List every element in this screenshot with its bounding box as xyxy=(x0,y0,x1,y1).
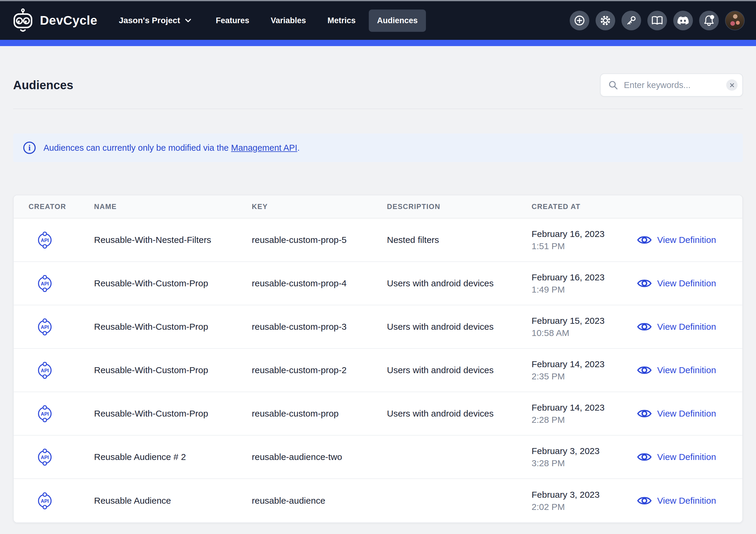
actions-cell: View Definition xyxy=(630,234,742,245)
created-at-cell: February 16, 2023 1:49 PM xyxy=(531,272,630,295)
view-definition-link[interactable]: View Definition xyxy=(637,451,716,463)
view-definition-label: View Definition xyxy=(657,452,716,462)
column-header-description: Description xyxy=(387,202,531,211)
devcycle-robot-logo-icon xyxy=(11,8,35,33)
creator-cell: API xyxy=(29,492,94,509)
page-content: Audiences xyxy=(0,73,756,523)
view-definition-link[interactable]: View Definition xyxy=(637,234,716,245)
view-definition-label: View Definition xyxy=(657,322,716,332)
primary-nav: Features Variables Metrics Audiences xyxy=(205,10,428,32)
nav-tab-metrics[interactable]: Metrics xyxy=(319,10,364,32)
brand-name: DevCycle xyxy=(40,13,97,28)
created-date: February 16, 2023 xyxy=(531,229,630,239)
eye-icon xyxy=(637,321,652,332)
search-input[interactable] xyxy=(624,80,721,90)
created-at-cell: February 15, 2023 10:58 AM xyxy=(531,316,630,338)
nav-tab-audiences[interactable]: Audiences xyxy=(369,10,426,32)
svg-text:API: API xyxy=(41,368,49,373)
column-header-name: Name xyxy=(94,202,252,211)
view-definition-label: View Definition xyxy=(657,365,716,375)
audiences-table-card: Creator Name Key Description Created At xyxy=(13,195,743,523)
created-time: 1:49 PM xyxy=(531,285,630,295)
created-at-cell: February 16, 2023 1:51 PM xyxy=(531,229,630,251)
audience-key: reusable-custom-prop-2 xyxy=(252,365,387,375)
audience-name: Reusable-With-Custom-Prop xyxy=(94,409,252,419)
devcycle-brand-link[interactable]: DevCycle xyxy=(11,8,97,33)
plus-circle-icon xyxy=(574,15,585,26)
banner-message-text: Audiences can currently only be modified… xyxy=(43,143,231,153)
banner-message-suffix: . xyxy=(297,143,300,153)
view-definition-link[interactable]: View Definition xyxy=(637,278,716,289)
created-at-cell: February 3, 2023 3:28 PM xyxy=(531,446,630,468)
creator-cell: API xyxy=(29,362,94,379)
api-badge-icon: API xyxy=(36,492,94,509)
actions-cell: View Definition xyxy=(630,408,742,419)
view-definition-link[interactable]: View Definition xyxy=(637,495,716,506)
svg-text:API: API xyxy=(41,324,49,329)
header-divider xyxy=(13,109,743,109)
nav-tab-variables[interactable]: Variables xyxy=(262,10,314,32)
created-time: 3:28 PM xyxy=(531,458,630,468)
user-avatar[interactable] xyxy=(725,11,745,30)
audience-description: Users with android devices xyxy=(387,365,531,375)
view-definition-link[interactable]: View Definition xyxy=(637,408,716,419)
created-time: 10:58 AM xyxy=(531,328,630,338)
created-date: February 3, 2023 xyxy=(531,490,630,500)
page-header: Audiences xyxy=(13,73,743,97)
eye-icon xyxy=(637,451,652,463)
audience-description: Users with android devices xyxy=(387,278,531,289)
project-selector-label: Jason's Project xyxy=(119,16,180,25)
navbar-actions xyxy=(570,11,745,30)
project-selector[interactable]: Jason's Project xyxy=(119,16,191,25)
view-definition-link[interactable]: View Definition xyxy=(637,321,716,332)
creator-cell: API xyxy=(29,405,94,422)
settings-button[interactable] xyxy=(596,11,615,30)
eye-icon xyxy=(637,365,652,376)
audience-name: Reusable-With-Custom-Prop xyxy=(94,322,252,332)
audience-description: Users with android devices xyxy=(387,409,531,419)
created-date: February 3, 2023 xyxy=(531,446,630,456)
creator-cell: API xyxy=(29,232,94,248)
created-date: February 14, 2023 xyxy=(531,359,630,369)
actions-cell: View Definition xyxy=(630,365,742,376)
gear-icon xyxy=(600,15,611,26)
search-box xyxy=(600,73,743,97)
actions-cell: View Definition xyxy=(630,278,742,289)
creator-cell: API xyxy=(29,318,94,335)
accent-bar xyxy=(0,40,756,46)
audience-name: Reusable-With-Nested-Filters xyxy=(94,235,252,245)
column-header-key: Key xyxy=(252,202,387,211)
eye-icon xyxy=(637,495,652,506)
table-row: API Reusable-With-Custom-Prop reusable-c… xyxy=(14,305,742,349)
documentation-button[interactable] xyxy=(647,11,667,30)
table-row: API Reusable-With-Custom-Prop reusable-c… xyxy=(14,392,742,436)
clear-search-button[interactable] xyxy=(726,79,738,91)
eye-icon xyxy=(637,278,652,289)
audience-name: Reusable Audience # 2 xyxy=(94,452,252,462)
created-time: 1:51 PM xyxy=(531,241,630,251)
add-circle-button[interactable] xyxy=(570,11,589,30)
management-api-link[interactable]: Management API xyxy=(231,143,297,153)
column-header-created-at: Created At xyxy=(531,202,630,211)
audience-key: reusable-custom-prop xyxy=(252,409,387,419)
nav-tab-features[interactable]: Features xyxy=(207,10,258,32)
audience-key: reusable-audience-two xyxy=(252,452,387,462)
banner-message: Audiences can currently only be modified… xyxy=(43,143,300,153)
view-definition-label: View Definition xyxy=(657,496,716,506)
created-date: February 16, 2023 xyxy=(531,272,630,282)
notifications-button[interactable] xyxy=(699,11,719,30)
api-keys-button[interactable] xyxy=(621,11,641,30)
api-badge-icon: API xyxy=(36,232,94,248)
table-row: API Reusable-With-Custom-Prop reusable-c… xyxy=(14,262,742,305)
chevron-down-icon xyxy=(185,18,191,23)
svg-text:API: API xyxy=(41,454,49,460)
discord-button[interactable] xyxy=(673,11,693,30)
creator-cell: API xyxy=(29,449,94,466)
column-header-creator: Creator xyxy=(29,202,94,211)
view-definition-label: View Definition xyxy=(657,278,716,289)
api-badge-icon: API xyxy=(36,449,94,466)
audience-description: Nested filters xyxy=(387,235,531,245)
audience-name: Reusable-With-Custom-Prop xyxy=(94,365,252,375)
top-navbar: DevCycle Jason's Project Features Variab… xyxy=(0,1,756,40)
view-definition-link[interactable]: View Definition xyxy=(637,365,716,376)
